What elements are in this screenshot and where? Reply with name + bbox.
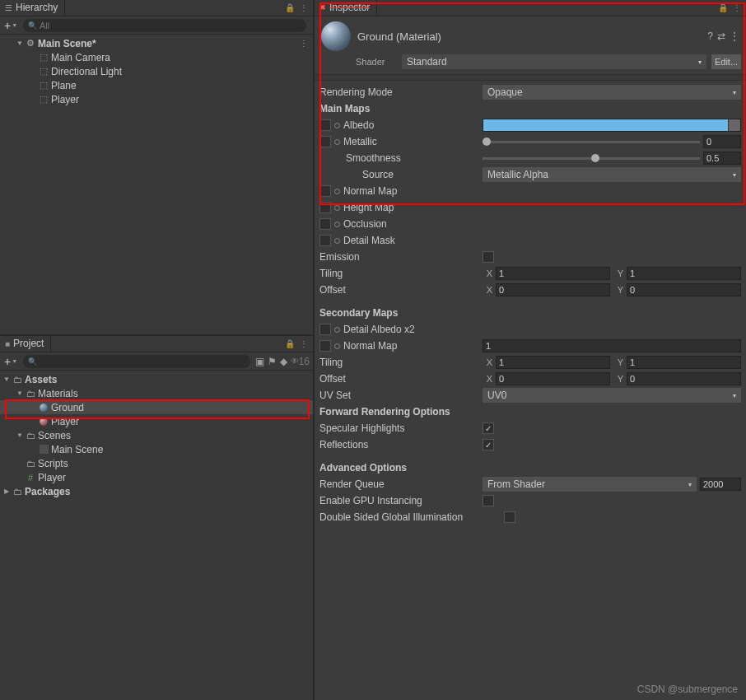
script-icon: # (25, 473, 36, 483)
help-icon[interactable]: ? (707, 30, 713, 42)
metallic-slider[interactable] (483, 135, 700, 148)
scene-row[interactable]: ▼ ⚙ Main Scene* ⋮ (0, 36, 313, 50)
folder-item[interactable]: ▼🗀Materials (0, 386, 313, 400)
menu-icon[interactable]: ⋮ (300, 339, 308, 348)
menu-icon[interactable]: ⋮ (300, 3, 308, 12)
albedo-label: Albedo (343, 119, 374, 131)
scene-asset[interactable]: Main Scene (0, 442, 313, 456)
expand-arrow-icon[interactable]: ▼ (15, 390, 25, 397)
tiling-y-input[interactable] (627, 267, 741, 280)
gpu-instancing-checkbox[interactable] (483, 495, 494, 506)
picker-icon[interactable] (334, 189, 340, 194)
hidden-count[interactable]: 👁16 (291, 356, 310, 367)
assets-folder[interactable]: ▼🗀Assets (0, 372, 313, 386)
render-queue-value[interactable] (700, 478, 741, 491)
project-tab[interactable]: ■ Project (0, 336, 51, 352)
offset2-y-input[interactable] (627, 372, 741, 385)
lock-icon[interactable]: 🔒 (285, 339, 295, 348)
scene-menu-icon[interactable]: ⋮ (300, 39, 308, 48)
uvset-dropdown[interactable]: UV0 (483, 388, 741, 403)
tiling2-x-input[interactable] (496, 356, 610, 369)
scene-icon: ⚙ (25, 38, 36, 49)
search-input[interactable] (40, 21, 301, 30)
project-panel: ■ Project 🔒 ⋮ +▼ 🔍 ▣ ⚑ ◆ 👁16 (0, 336, 313, 700)
gameobject-icon: ⬚ (38, 80, 49, 91)
dsgi-checkbox[interactable] (504, 511, 515, 523)
tiling-x-input[interactable] (496, 267, 610, 280)
texture-slot[interactable] (319, 136, 331, 147)
heightmap-label: Height Map (343, 202, 394, 213)
hierarchy-item[interactable]: ⬚Plane (0, 78, 313, 92)
inspector-tab[interactable]: ✖ Inspector (315, 0, 377, 16)
specular-checkbox[interactable] (483, 422, 494, 434)
preset-icon[interactable]: ⇄ (717, 30, 725, 42)
uvset-label: UV Set (319, 390, 479, 401)
create-button[interactable]: +▼ (3, 18, 18, 33)
expand-arrow-icon[interactable]: ▼ (15, 432, 25, 439)
hierarchy-icon: ☰ (5, 3, 12, 12)
lock-icon[interactable]: 🔒 (285, 3, 295, 12)
shader-dropdown[interactable]: Standard (402, 54, 706, 69)
picker-icon[interactable] (334, 343, 340, 349)
reflections-checkbox[interactable] (483, 439, 494, 450)
project-search-input[interactable] (40, 357, 245, 366)
smoothness-value[interactable] (703, 152, 741, 165)
hierarchy-item[interactable]: ⬚Directional Light (0, 64, 313, 78)
material-ground[interactable]: Ground (0, 400, 313, 414)
hierarchy-tab[interactable]: ☰ Hierarchy (0, 0, 65, 16)
filter-icon[interactable]: ▣ (255, 356, 264, 367)
rendering-mode-dropdown[interactable]: Opaque (483, 85, 741, 100)
project-search[interactable]: 🔍 (23, 355, 250, 368)
watermark: CSDN @submergence (637, 684, 738, 695)
packages-folder[interactable]: ▶🗀Packages (0, 484, 313, 498)
picker-icon[interactable] (334, 205, 340, 211)
texture-slot[interactable] (319, 202, 331, 213)
favorite-icon[interactable]: ⚑ (268, 356, 277, 367)
texture-slot[interactable] (319, 340, 331, 352)
albedo-color-picker[interactable] (483, 119, 741, 132)
offset2-x-input[interactable] (496, 372, 610, 385)
hierarchy-item[interactable]: ⬚Player (0, 92, 313, 106)
gameobject-icon: ⬚ (38, 52, 49, 63)
gpu-instancing-label: Enable GPU Instancing (319, 495, 479, 506)
menu-icon[interactable]: ⋮ (730, 30, 739, 42)
folder-item[interactable]: 🗀Scripts (0, 456, 313, 470)
texture-slot[interactable] (319, 235, 331, 246)
lock-icon[interactable]: 🔒 (718, 3, 728, 12)
texture-slot[interactable] (319, 185, 331, 197)
occlusion-label: Occlusion (343, 218, 387, 230)
folder-item[interactable]: ▼🗀Scenes (0, 428, 313, 442)
texture-slot[interactable] (319, 218, 331, 230)
secondary-maps-header: Secondary Maps (319, 307, 479, 319)
project-title: Project (13, 338, 44, 349)
create-asset-button[interactable]: +▼ (3, 354, 18, 369)
emission-checkbox[interactable] (483, 251, 494, 263)
tiling2-y-input[interactable] (627, 356, 741, 369)
smoothness-slider[interactable] (483, 152, 700, 165)
picker-icon[interactable] (334, 238, 340, 244)
picker-icon[interactable] (334, 139, 340, 145)
offset-y-input[interactable] (627, 283, 741, 296)
picker-icon[interactable] (334, 327, 340, 333)
inspector-icon: ✖ (319, 3, 326, 12)
expand-arrow-icon[interactable]: ▼ (15, 40, 25, 47)
texture-slot[interactable] (319, 324, 331, 335)
normalmap2-value[interactable] (483, 339, 741, 352)
hierarchy-search[interactable]: 🔍 (23, 19, 306, 32)
hierarchy-item[interactable]: ⬚Main Camera (0, 50, 313, 64)
offset-x-input[interactable] (496, 283, 610, 296)
texture-slot[interactable] (319, 119, 331, 131)
menu-icon[interactable]: ⋮ (733, 3, 741, 12)
adv-opts-header: Advanced Options (319, 462, 479, 474)
metallic-value[interactable] (703, 135, 741, 148)
label-icon[interactable]: ◆ (280, 356, 287, 367)
source-dropdown[interactable]: Metallic Alpha (483, 167, 741, 182)
material-player[interactable]: Player (0, 414, 313, 428)
edit-shader-button[interactable]: Edit... (711, 54, 741, 69)
render-queue-dropdown[interactable]: From Shader (483, 477, 697, 492)
picker-icon[interactable] (334, 123, 340, 128)
picker-icon[interactable] (334, 222, 340, 227)
expand-arrow-icon[interactable]: ▼ (2, 376, 12, 383)
expand-arrow-icon[interactable]: ▶ (2, 488, 12, 495)
script-asset[interactable]: #Player (0, 470, 313, 484)
